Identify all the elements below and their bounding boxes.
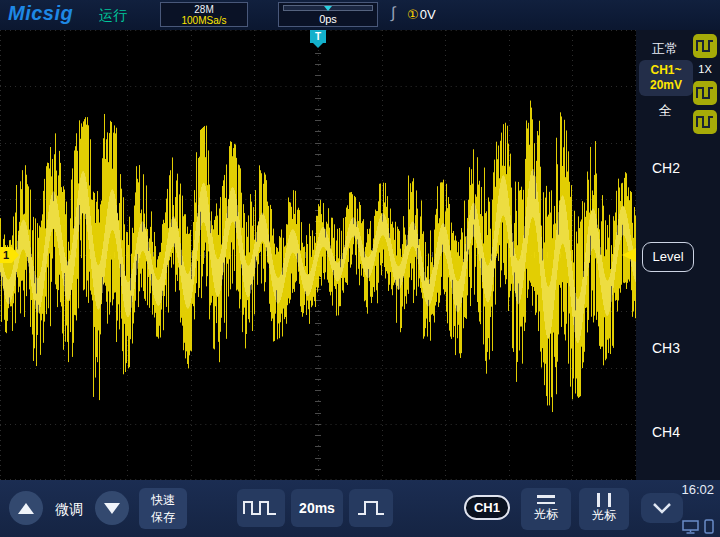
vertical-cursor-button[interactable]: 光标 [579,488,629,530]
trigger-position-value: 0ps [279,13,377,25]
waveform-display[interactable] [0,30,636,480]
ch1-badge[interactable]: CH1~ 20mV [639,60,693,96]
trigger-mode-label: 正常 [636,40,694,58]
quick-save-label-2: 保存 [139,509,187,526]
probe-wave-button-2[interactable] [693,81,717,105]
ch1-scale: 20mV [639,78,693,93]
top-status-bar: Micsig 运行 28M 100MSa/s 0ps ∫ ①0V [0,0,720,30]
phone-icon [704,519,714,534]
collapse-menu-button[interactable] [641,493,683,523]
ch2-button[interactable]: CH2 [636,160,696,176]
record-position-slider[interactable] [283,5,373,11]
double-square-wave-icon [242,497,280,519]
trigger-source-level: ①0V [407,7,436,22]
sample-rate: 100MSa/s [161,15,247,26]
vertical-cursor-icon [579,493,629,507]
trigger-position-box[interactable]: 0ps [278,2,378,27]
probe-wave-button-3[interactable] [693,110,717,134]
probe-column: 1X [691,34,719,134]
right-sidebar: 正常 CH1~ 20mV 全 1X CH2 Level CH3 CH4 [636,30,720,480]
bottom-toolbar: 微调 快速 保存 20ms CH1 光标 光标 16:02 [0,480,720,537]
probe-attenuation-label: 1X [698,63,711,76]
quick-save-label-1: 快速 [139,492,187,509]
square-wave-icon [695,38,715,54]
increase-button[interactable] [9,491,43,525]
clock-label: 16:02 [681,482,714,497]
horizontal-cursor-icon [537,495,555,504]
trigger-t-pointer-icon [313,43,323,48]
trigger-time-marker[interactable]: T [309,30,327,48]
ch1-label: CH1~ [639,63,693,78]
pulse-icon [356,497,386,519]
cursor-label: 光标 [521,508,571,521]
cursor-label: 光标 [579,509,629,522]
ch4-button[interactable]: CH4 [636,424,696,440]
trigger-source-badge: ① [407,7,419,22]
oscilloscope-app: Micsig 运行 28M 100MSa/s 0ps ∫ ①0V T 1 正常 … [0,0,720,537]
memory-sample-box[interactable]: 28M 100MSa/s [160,2,248,27]
memory-depth: 28M [161,4,247,15]
quick-save-button[interactable]: 快速 保存 [139,488,187,529]
acquire-mode-button[interactable] [237,489,285,527]
monitor-icon [682,520,699,534]
coupling-label: 全 [636,102,694,120]
micsig-logo: Micsig [8,2,73,25]
run-status[interactable]: 运行 [99,7,127,25]
slider-marker-icon [324,6,332,11]
triangle-down-icon [104,503,120,514]
ch3-button[interactable]: CH3 [636,340,696,356]
trigger-t-label: T [310,30,326,43]
probe-wave-button-1[interactable] [693,34,717,58]
trigger-type-button[interactable] [349,489,393,527]
square-wave-icon [695,114,715,130]
triangle-up-icon [18,503,34,514]
active-channel-badge[interactable]: CH1 [464,495,510,520]
device-status-icons [682,519,714,534]
level-button[interactable]: Level [642,242,694,272]
square-wave-icon [695,85,715,101]
waveform-area[interactable]: T 1 [0,30,636,480]
decrease-button[interactable] [95,491,129,525]
timebase-value[interactable]: 20ms [291,489,343,527]
trigger-level-value: 0V [420,7,436,22]
chevron-down-icon [650,501,674,515]
horizontal-cursor-button[interactable]: 光标 [521,488,571,530]
trigger-slope-icon: ∫ [391,4,395,22]
fine-tune-label[interactable]: 微调 [44,501,94,519]
